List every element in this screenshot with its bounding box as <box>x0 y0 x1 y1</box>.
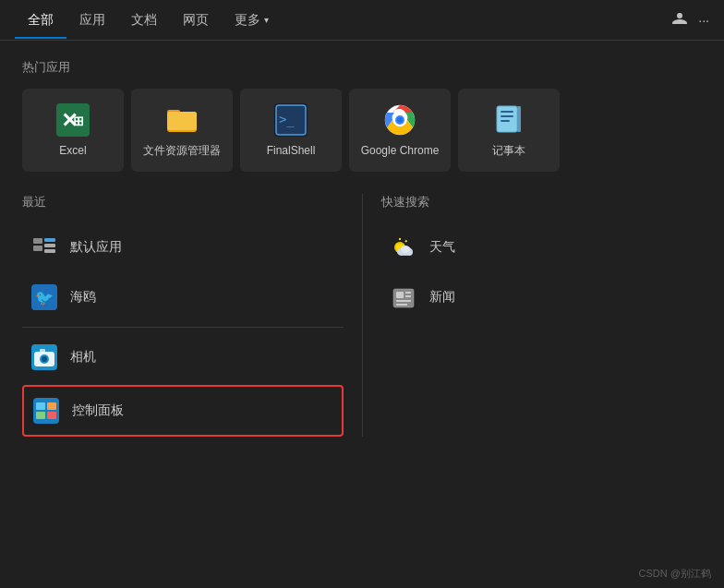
camera-label: 相机 <box>70 349 96 366</box>
svg-rect-15 <box>501 111 513 113</box>
weather-icon <box>389 233 418 262</box>
svg-rect-16 <box>501 115 513 117</box>
notepad-label: 记事本 <box>492 143 525 159</box>
tab-apps[interactable]: 应用 <box>66 3 118 38</box>
recent-column: 最近 默认应用 <box>22 194 362 437</box>
app-tile-excel[interactable]: ✕ ⊞ Excel <box>22 89 124 172</box>
chrome-icon <box>383 103 416 137</box>
app-tile-notepad[interactable]: 记事本 <box>458 89 560 172</box>
app-tile-chrome[interactable]: Google Chrome <box>349 89 451 172</box>
quick-item-news[interactable]: 新闻 <box>381 273 703 321</box>
app-container: 全部 应用 文档 网页 更多 ▾ ··· 热门应用 <box>0 0 724 588</box>
svg-point-29 <box>42 356 47 362</box>
tabs-bar: 全部 应用 文档 网页 更多 ▾ ··· <box>0 0 724 41</box>
person-icon[interactable] <box>672 11 687 29</box>
svg-rect-46 <box>405 292 411 294</box>
default-apps-icon <box>30 233 59 262</box>
hot-apps-grid: ✕ ⊞ Excel 文件资源管理器 <box>22 89 702 172</box>
svg-text:⊞: ⊞ <box>73 114 84 128</box>
excel-label: Excel <box>59 144 86 157</box>
finalshell-label: FinalShell <box>267 144 316 157</box>
more-options-icon[interactable]: ··· <box>698 13 709 28</box>
folder-icon <box>165 102 199 136</box>
main-content: 热门应用 ✕ ⊞ Excel <box>0 41 724 588</box>
svg-rect-32 <box>36 402 45 410</box>
weather-label: 天气 <box>429 239 455 256</box>
svg-text:>_: >_ <box>279 112 295 127</box>
tab-docs[interactable]: 文档 <box>118 3 170 38</box>
svg-line-39 <box>405 241 407 243</box>
svg-rect-23 <box>44 249 55 253</box>
svg-rect-17 <box>501 120 510 122</box>
control-panel-highlight: 控制面板 <box>22 385 344 437</box>
recent-item-camera[interactable]: 相机 <box>22 333 344 381</box>
app-tile-finalshell[interactable]: >_ FinalShell <box>240 89 342 172</box>
app-tile-explorer[interactable]: 文件资源管理器 <box>131 89 233 172</box>
chevron-down-icon: ▾ <box>264 15 269 25</box>
watermark: CSDN @别江鹤 <box>639 567 711 581</box>
svg-rect-47 <box>405 295 411 297</box>
camera-icon <box>30 342 59 372</box>
recent-item-control-panel[interactable]: 控制面板 <box>24 387 342 435</box>
haigou-label: 海鸥 <box>70 289 96 306</box>
two-col-layout: 最近 默认应用 <box>22 194 702 437</box>
recent-item-haigou[interactable]: 🐦 海鸥 <box>22 273 344 321</box>
notepad-icon <box>492 102 525 136</box>
tab-all[interactable]: 全部 <box>15 3 66 38</box>
svg-rect-30 <box>40 349 45 353</box>
quick-item-weather[interactable]: 天气 <box>381 223 703 271</box>
svg-text:🐦: 🐦 <box>35 289 54 306</box>
excel-icon: ✕ ⊞ <box>56 103 90 137</box>
finalshell-icon: >_ <box>274 103 308 137</box>
svg-rect-33 <box>47 402 56 410</box>
quick-search-list: 天气 <box>381 223 703 321</box>
svg-rect-18 <box>517 106 521 132</box>
tab-more[interactable]: 更多 ▾ <box>222 3 282 38</box>
svg-rect-48 <box>396 300 411 302</box>
svg-point-43 <box>401 246 410 253</box>
svg-rect-35 <box>47 412 56 419</box>
recent-item-default-apps[interactable]: 默认应用 <box>22 223 344 271</box>
haigou-icon: 🐦 <box>30 282 59 312</box>
tab-web[interactable]: 网页 <box>170 3 222 38</box>
svg-rect-31 <box>33 398 59 424</box>
control-panel-icon <box>31 396 61 426</box>
quick-search-column: 快速搜索 <box>362 194 703 437</box>
svg-rect-22 <box>44 244 55 247</box>
svg-rect-20 <box>33 246 42 251</box>
svg-rect-21 <box>44 238 55 242</box>
control-panel-label: 控制面板 <box>72 402 124 419</box>
chrome-label: Google Chrome <box>361 144 440 157</box>
svg-rect-45 <box>396 292 404 298</box>
svg-rect-14 <box>497 106 517 132</box>
svg-rect-19 <box>33 238 42 244</box>
divider <box>22 327 344 328</box>
svg-rect-49 <box>396 304 407 306</box>
recent-list: 默认应用 🐦 海鸥 <box>22 223 344 437</box>
tab-actions: ··· <box>672 11 709 29</box>
hot-apps-title: 热门应用 <box>22 59 702 76</box>
explorer-label: 文件资源管理器 <box>143 143 221 159</box>
svg-point-13 <box>397 117 403 123</box>
default-apps-label: 默认应用 <box>70 239 122 256</box>
news-icon <box>389 282 418 312</box>
news-label: 新闻 <box>429 289 455 306</box>
svg-rect-34 <box>36 412 45 419</box>
svg-rect-5 <box>167 112 197 130</box>
recent-title: 最近 <box>22 194 344 210</box>
quick-search-title: 快速搜索 <box>381 194 703 210</box>
